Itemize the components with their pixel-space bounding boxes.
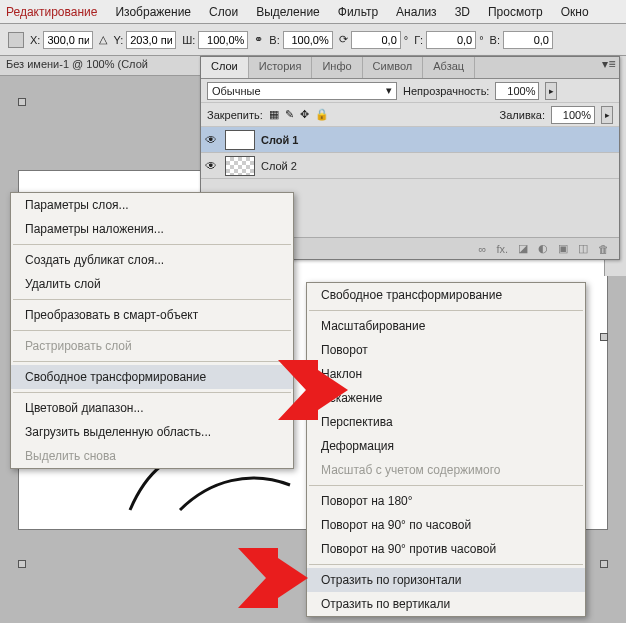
handle-br[interactable] (600, 560, 608, 568)
svg-marker-1 (238, 548, 308, 608)
y-input[interactable] (126, 31, 176, 49)
menu-item: Масштаб с учетом содержимого (307, 458, 585, 482)
tab-layers[interactable]: Слои (201, 57, 249, 78)
layer-name[interactable]: Слой 1 (261, 134, 298, 146)
layer-mask-icon[interactable]: ◪ (518, 242, 528, 255)
visibility-icon[interactable] (205, 133, 219, 147)
trash-icon[interactable]: 🗑 (598, 243, 609, 255)
menu-item[interactable]: Параметры слоя... (11, 193, 293, 217)
tab-info[interactable]: Инфо (312, 57, 362, 78)
red-arrow-annotation (238, 548, 308, 608)
menu-item[interactable]: Поворот на 180° (307, 489, 585, 513)
options-bar: X: △ Y: Ш: ⚭ В: ⟳° Г:° В: (0, 24, 626, 56)
layer-row[interactable]: Слой 2 (201, 153, 619, 179)
h-label: В: (269, 34, 279, 46)
lock-all-icon[interactable]: 🔒 (315, 108, 329, 121)
tab-character[interactable]: Символ (363, 57, 424, 78)
menu-item[interactable]: Свободное трансформирование (307, 283, 585, 307)
y-label: Y: (113, 34, 123, 46)
menu-3d[interactable]: 3D (455, 5, 470, 19)
x-input[interactable] (43, 31, 93, 49)
menu-item: Выделить снова (11, 444, 293, 468)
angle-icon: ⟳ (339, 33, 348, 46)
link-layers-icon[interactable]: ∞ (479, 243, 487, 255)
transform-submenu: Свободное трансформированиеМасштабирован… (306, 282, 586, 617)
menu-item[interactable]: Отразить по вертикали (307, 592, 585, 616)
panel-tabs: Слои История Инфо Символ Абзац ▾≡ (201, 57, 619, 79)
menu-select[interactable]: Выделение (256, 5, 320, 19)
skew-v-label: В: (490, 34, 500, 46)
delta-icon[interactable]: △ (99, 33, 107, 46)
menu-analysis[interactable]: Анализ (396, 5, 437, 19)
adjustment-layer-icon[interactable]: ◐ (538, 242, 548, 255)
opacity-input[interactable]: 100% (495, 82, 539, 100)
menu-layers[interactable]: Слои (209, 5, 238, 19)
layer-context-menu: Параметры слоя...Параметры наложения...С… (10, 192, 294, 469)
main-menubar: Редактирование Изображение Слои Выделени… (0, 0, 626, 24)
menu-item[interactable]: Искажение (307, 386, 585, 410)
menu-item[interactable]: Загрузить выделенную область... (11, 420, 293, 444)
h-input[interactable] (283, 31, 333, 49)
w-label: Ш: (182, 34, 195, 46)
menu-window[interactable]: Окно (561, 5, 589, 19)
menu-item[interactable]: Отразить по горизонтали (307, 568, 585, 592)
tab-history[interactable]: История (249, 57, 313, 78)
w-input[interactable] (198, 31, 248, 49)
menu-filter[interactable]: Фильтр (338, 5, 378, 19)
fill-slider-icon[interactable]: ▸ (601, 106, 613, 124)
tab-paragraph[interactable]: Абзац (423, 57, 475, 78)
fill-label: Заливка: (500, 109, 545, 121)
menu-item: Растрировать слой (11, 334, 293, 358)
menu-item[interactable]: Поворот на 90° по часовой (307, 513, 585, 537)
opacity-label: Непрозрачность: (403, 85, 489, 97)
menu-image[interactable]: Изображение (115, 5, 191, 19)
skew-h-label: Г: (414, 34, 423, 46)
lock-paint-icon[interactable]: ✎ (285, 108, 294, 121)
menu-item[interactable]: Создать дубликат слоя... (11, 248, 293, 272)
menu-view[interactable]: Просмотр (488, 5, 543, 19)
visibility-icon[interactable] (205, 159, 219, 173)
skew-h-input[interactable] (426, 31, 476, 49)
menu-item[interactable]: Поворот на 90° против часовой (307, 537, 585, 561)
menu-item[interactable]: Деформация (307, 434, 585, 458)
lock-label: Закрепить: (207, 109, 263, 121)
blend-mode-select[interactable]: Обычные▾ (207, 82, 397, 100)
opacity-slider-icon[interactable]: ▸ (545, 82, 557, 100)
lock-position-icon[interactable]: ✥ (300, 108, 309, 121)
menu-item[interactable]: Цветовой диапазон... (11, 396, 293, 420)
layer-fx-icon[interactable]: fx. (496, 243, 508, 255)
fill-input[interactable]: 100% (551, 106, 595, 124)
link-icon[interactable]: ⚭ (254, 33, 263, 46)
layer-thumb[interactable] (225, 156, 255, 176)
menu-item[interactable]: Поворот (307, 338, 585, 362)
reference-point-icon[interactable] (8, 32, 24, 48)
menu-item[interactable]: Наклон (307, 362, 585, 386)
layer-name[interactable]: Слой 2 (261, 160, 297, 172)
menu-item[interactable]: Свободное трансформирование (11, 365, 293, 389)
deg-label: ° (404, 34, 408, 46)
lock-transparency-icon[interactable]: ▦ (269, 108, 279, 121)
menu-item[interactable]: Преобразовать в смарт-объект (11, 303, 293, 327)
layer-row[interactable]: Слой 1 (201, 127, 619, 153)
menu-item[interactable]: Перспектива (307, 410, 585, 434)
menu-item[interactable]: Параметры наложения... (11, 217, 293, 241)
handle-bl[interactable] (18, 560, 26, 568)
menu-item[interactable]: Удалить слой (11, 272, 293, 296)
group-icon[interactable]: ▣ (558, 242, 568, 255)
menu-item[interactable]: Масштабирование (307, 314, 585, 338)
panel-menu-icon[interactable]: ▾≡ (599, 57, 619, 78)
menu-edit[interactable]: Редактирование (6, 5, 97, 19)
angle-input[interactable] (351, 31, 401, 49)
x-label: X: (30, 34, 40, 46)
layer-thumb[interactable] (225, 130, 255, 150)
skew-v-input[interactable] (503, 31, 553, 49)
handle-tl[interactable] (18, 98, 26, 106)
new-layer-icon[interactable]: ◫ (578, 242, 588, 255)
